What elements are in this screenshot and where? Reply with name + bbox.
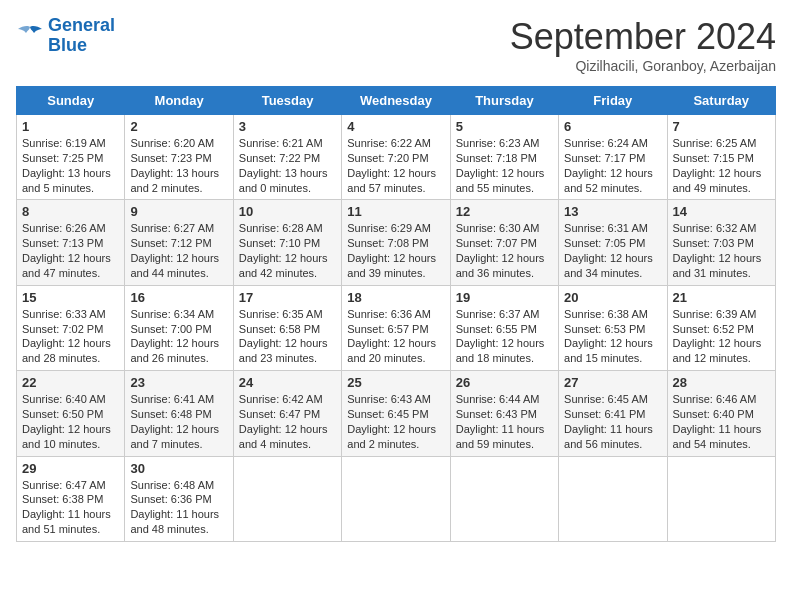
calendar-cell (342, 456, 450, 541)
day-number: 20 (564, 290, 661, 305)
day-detail: Sunrise: 6:41 AMSunset: 6:48 PMDaylight:… (130, 392, 227, 451)
calendar-cell: 19 Sunrise: 6:37 AMSunset: 6:55 PMDaylig… (450, 285, 558, 370)
day-number: 2 (130, 119, 227, 134)
calendar-cell: 18 Sunrise: 6:36 AMSunset: 6:57 PMDaylig… (342, 285, 450, 370)
calendar-cell: 23 Sunrise: 6:41 AMSunset: 6:48 PMDaylig… (125, 371, 233, 456)
day-detail: Sunrise: 6:43 AMSunset: 6:45 PMDaylight:… (347, 392, 444, 451)
logo-icon (16, 25, 44, 47)
calendar-week-row: 8 Sunrise: 6:26 AMSunset: 7:13 PMDayligh… (17, 200, 776, 285)
day-detail: Sunrise: 6:25 AMSunset: 7:15 PMDaylight:… (673, 136, 770, 195)
calendar-cell (450, 456, 558, 541)
logo: General Blue (16, 16, 115, 56)
day-detail: Sunrise: 6:30 AMSunset: 7:07 PMDaylight:… (456, 221, 553, 280)
day-number: 28 (673, 375, 770, 390)
day-detail: Sunrise: 6:46 AMSunset: 6:40 PMDaylight:… (673, 392, 770, 451)
calendar-cell: 17 Sunrise: 6:35 AMSunset: 6:58 PMDaylig… (233, 285, 341, 370)
calendar-cell: 4 Sunrise: 6:22 AMSunset: 7:20 PMDayligh… (342, 115, 450, 200)
day-detail: Sunrise: 6:35 AMSunset: 6:58 PMDaylight:… (239, 307, 336, 366)
calendar-cell: 24 Sunrise: 6:42 AMSunset: 6:47 PMDaylig… (233, 371, 341, 456)
calendar-week-row: 22 Sunrise: 6:40 AMSunset: 6:50 PMDaylig… (17, 371, 776, 456)
calendar-cell: 29 Sunrise: 6:47 AMSunset: 6:38 PMDaylig… (17, 456, 125, 541)
day-detail: Sunrise: 6:33 AMSunset: 7:02 PMDaylight:… (22, 307, 119, 366)
calendar-cell: 1 Sunrise: 6:19 AMSunset: 7:25 PMDayligh… (17, 115, 125, 200)
day-number: 22 (22, 375, 119, 390)
day-detail: Sunrise: 6:20 AMSunset: 7:23 PMDaylight:… (130, 136, 227, 195)
day-detail: Sunrise: 6:45 AMSunset: 6:41 PMDaylight:… (564, 392, 661, 451)
day-number: 7 (673, 119, 770, 134)
day-detail: Sunrise: 6:26 AMSunset: 7:13 PMDaylight:… (22, 221, 119, 280)
day-number: 25 (347, 375, 444, 390)
day-detail: Sunrise: 6:36 AMSunset: 6:57 PMDaylight:… (347, 307, 444, 366)
day-number: 24 (239, 375, 336, 390)
calendar-cell: 8 Sunrise: 6:26 AMSunset: 7:13 PMDayligh… (17, 200, 125, 285)
day-number: 15 (22, 290, 119, 305)
calendar-cell: 28 Sunrise: 6:46 AMSunset: 6:40 PMDaylig… (667, 371, 775, 456)
day-number: 14 (673, 204, 770, 219)
logo-text: General Blue (48, 16, 115, 56)
day-detail: Sunrise: 6:23 AMSunset: 7:18 PMDaylight:… (456, 136, 553, 195)
day-detail: Sunrise: 6:34 AMSunset: 7:00 PMDaylight:… (130, 307, 227, 366)
calendar-cell: 20 Sunrise: 6:38 AMSunset: 6:53 PMDaylig… (559, 285, 667, 370)
day-detail: Sunrise: 6:40 AMSunset: 6:50 PMDaylight:… (22, 392, 119, 451)
day-detail: Sunrise: 6:22 AMSunset: 7:20 PMDaylight:… (347, 136, 444, 195)
calendar-cell: 5 Sunrise: 6:23 AMSunset: 7:18 PMDayligh… (450, 115, 558, 200)
day-number: 19 (456, 290, 553, 305)
weekday-header-row: SundayMondayTuesdayWednesdayThursdayFrid… (17, 87, 776, 115)
day-detail: Sunrise: 6:42 AMSunset: 6:47 PMDaylight:… (239, 392, 336, 451)
calendar-cell: 25 Sunrise: 6:43 AMSunset: 6:45 PMDaylig… (342, 371, 450, 456)
title-block: September 2024 Qizilhacili, Goranboy, Az… (510, 16, 776, 74)
day-number: 17 (239, 290, 336, 305)
day-number: 30 (130, 461, 227, 476)
calendar-cell: 12 Sunrise: 6:30 AMSunset: 7:07 PMDaylig… (450, 200, 558, 285)
calendar-cell (559, 456, 667, 541)
day-number: 29 (22, 461, 119, 476)
calendar-week-row: 29 Sunrise: 6:47 AMSunset: 6:38 PMDaylig… (17, 456, 776, 541)
day-detail: Sunrise: 6:47 AMSunset: 6:38 PMDaylight:… (22, 478, 119, 537)
calendar-cell: 26 Sunrise: 6:44 AMSunset: 6:43 PMDaylig… (450, 371, 558, 456)
day-detail: Sunrise: 6:24 AMSunset: 7:17 PMDaylight:… (564, 136, 661, 195)
day-detail: Sunrise: 6:48 AMSunset: 6:36 PMDaylight:… (130, 478, 227, 537)
calendar-cell: 16 Sunrise: 6:34 AMSunset: 7:00 PMDaylig… (125, 285, 233, 370)
calendar-cell: 6 Sunrise: 6:24 AMSunset: 7:17 PMDayligh… (559, 115, 667, 200)
weekday-header: Sunday (17, 87, 125, 115)
day-detail: Sunrise: 6:37 AMSunset: 6:55 PMDaylight:… (456, 307, 553, 366)
calendar-cell: 14 Sunrise: 6:32 AMSunset: 7:03 PMDaylig… (667, 200, 775, 285)
location: Qizilhacili, Goranboy, Azerbaijan (510, 58, 776, 74)
day-number: 12 (456, 204, 553, 219)
weekday-header: Wednesday (342, 87, 450, 115)
day-number: 26 (456, 375, 553, 390)
day-detail: Sunrise: 6:19 AMSunset: 7:25 PMDaylight:… (22, 136, 119, 195)
day-detail: Sunrise: 6:44 AMSunset: 6:43 PMDaylight:… (456, 392, 553, 451)
calendar-week-row: 15 Sunrise: 6:33 AMSunset: 7:02 PMDaylig… (17, 285, 776, 370)
calendar-cell: 2 Sunrise: 6:20 AMSunset: 7:23 PMDayligh… (125, 115, 233, 200)
page-header: General Blue September 2024 Qizilhacili,… (16, 16, 776, 74)
day-number: 11 (347, 204, 444, 219)
day-detail: Sunrise: 6:21 AMSunset: 7:22 PMDaylight:… (239, 136, 336, 195)
day-number: 6 (564, 119, 661, 134)
day-number: 8 (22, 204, 119, 219)
weekday-header: Tuesday (233, 87, 341, 115)
day-number: 16 (130, 290, 227, 305)
day-detail: Sunrise: 6:29 AMSunset: 7:08 PMDaylight:… (347, 221, 444, 280)
calendar-table: SundayMondayTuesdayWednesdayThursdayFrid… (16, 86, 776, 542)
calendar-cell (667, 456, 775, 541)
calendar-cell: 10 Sunrise: 6:28 AMSunset: 7:10 PMDaylig… (233, 200, 341, 285)
calendar-cell: 15 Sunrise: 6:33 AMSunset: 7:02 PMDaylig… (17, 285, 125, 370)
day-number: 18 (347, 290, 444, 305)
day-detail: Sunrise: 6:38 AMSunset: 6:53 PMDaylight:… (564, 307, 661, 366)
calendar-cell: 7 Sunrise: 6:25 AMSunset: 7:15 PMDayligh… (667, 115, 775, 200)
calendar-cell: 21 Sunrise: 6:39 AMSunset: 6:52 PMDaylig… (667, 285, 775, 370)
calendar-week-row: 1 Sunrise: 6:19 AMSunset: 7:25 PMDayligh… (17, 115, 776, 200)
calendar-cell: 27 Sunrise: 6:45 AMSunset: 6:41 PMDaylig… (559, 371, 667, 456)
day-number: 1 (22, 119, 119, 134)
day-number: 3 (239, 119, 336, 134)
calendar-cell: 3 Sunrise: 6:21 AMSunset: 7:22 PMDayligh… (233, 115, 341, 200)
calendar-cell: 22 Sunrise: 6:40 AMSunset: 6:50 PMDaylig… (17, 371, 125, 456)
calendar-cell: 11 Sunrise: 6:29 AMSunset: 7:08 PMDaylig… (342, 200, 450, 285)
day-detail: Sunrise: 6:39 AMSunset: 6:52 PMDaylight:… (673, 307, 770, 366)
day-number: 4 (347, 119, 444, 134)
day-detail: Sunrise: 6:28 AMSunset: 7:10 PMDaylight:… (239, 221, 336, 280)
calendar-cell: 13 Sunrise: 6:31 AMSunset: 7:05 PMDaylig… (559, 200, 667, 285)
day-number: 13 (564, 204, 661, 219)
month-title: September 2024 (510, 16, 776, 58)
